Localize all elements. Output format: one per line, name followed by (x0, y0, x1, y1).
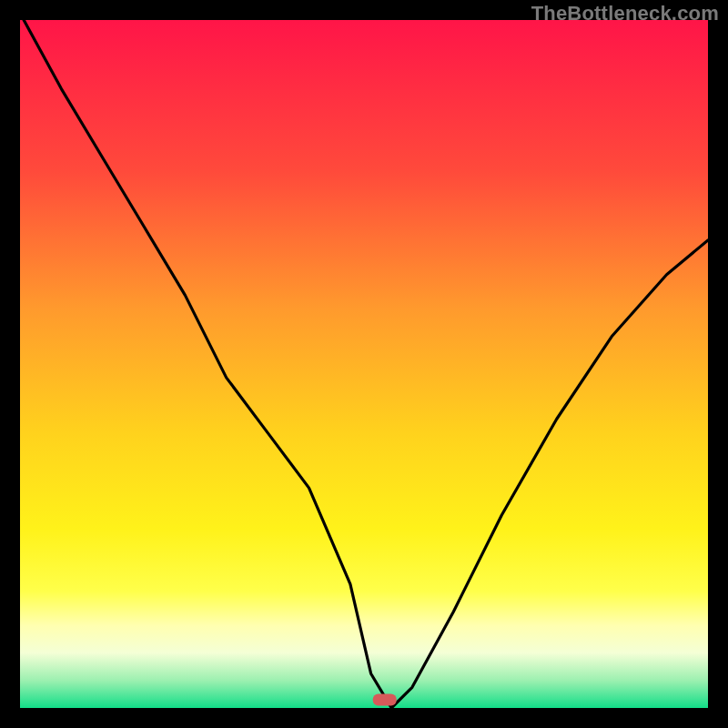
min-marker-icon (373, 693, 397, 705)
chart-frame: TheBottleneck.com (0, 0, 728, 728)
chart-background (20, 20, 708, 708)
plot-area (20, 20, 708, 708)
chart-svg (20, 20, 708, 708)
